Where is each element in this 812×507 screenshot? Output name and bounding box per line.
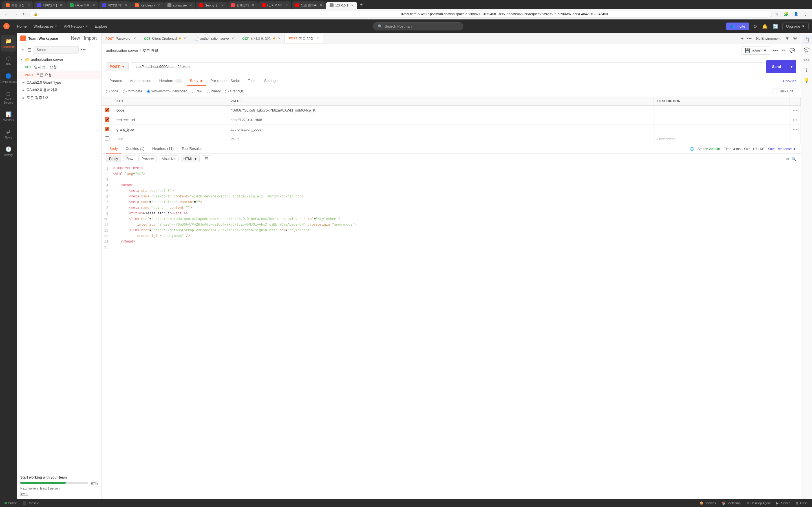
authorization-tab[interactable]: Authorization xyxy=(126,76,155,86)
req-tab-post-token[interactable]: POST 토큰 요청 ✕ xyxy=(285,34,323,43)
send-dropdown-arrow[interactable]: ▼ xyxy=(786,62,796,71)
reload-button[interactable]: ↻ xyxy=(21,11,28,17)
sidebar-item-collections[interactable]: 📁 Collections xyxy=(1,35,16,52)
browser-tab-7[interactable]: Seong- ji· ✕ xyxy=(196,2,227,9)
settings-button[interactable]: ⚙ xyxy=(752,22,758,30)
copy-response-button[interactable]: ⧉ xyxy=(786,157,789,161)
address-bar[interactable]: 🔒 lively-flare-504517.postman.co/workspa… xyxy=(29,11,772,17)
sidebar-item-history[interactable]: 🕐 History xyxy=(1,144,16,160)
response-test-results-tab[interactable]: Test Results xyxy=(178,144,205,154)
cookies-link[interactable]: Cookies xyxy=(783,76,796,86)
req-tab-auth-server[interactable]: 📄 authorization serve ✕ xyxy=(190,34,238,43)
sidebar-item-mock-servers[interactable]: ◻ Mock Servers xyxy=(1,88,16,107)
comment-button[interactable]: 💬 xyxy=(788,47,796,54)
edit-button[interactable]: ✏ xyxy=(781,47,786,54)
tree-folder-verify-token[interactable]: ▶ 토큰 검증하기 xyxy=(17,94,101,102)
radio-none[interactable]: none xyxy=(106,89,118,93)
new-collection-button[interactable]: New xyxy=(70,35,81,41)
response-body-tab[interactable]: Body xyxy=(106,144,121,154)
req-tab-get-code[interactable]: GET 임시코드 요청 ✕ xyxy=(238,34,285,43)
body-tab[interactable]: Body xyxy=(187,76,206,86)
environment-chevron[interactable]: ▼ xyxy=(784,36,791,42)
param-desc-3[interactable] xyxy=(654,125,790,134)
req-tab-client-cred[interactable]: GET Client Credential ✕ xyxy=(140,34,190,43)
right-sidebar-api-btn[interactable]: 📋 xyxy=(802,35,811,44)
browser-tab-11[interactable]: 127.0.0.1 ✕ xyxy=(326,2,357,9)
browser-tab-10[interactable]: 요즘 힘드A· ✕ xyxy=(292,1,326,9)
more-options-button[interactable]: ••• xyxy=(80,46,87,54)
param-more-btn-2[interactable]: ••• xyxy=(793,118,797,122)
radio-binary-input[interactable] xyxy=(207,90,210,93)
radio-urlencoded[interactable]: x-www-form-urlencoded xyxy=(147,89,187,93)
param-value-3[interactable]: authorization_code xyxy=(227,125,654,134)
sidebar-item-apis[interactable]: ⬡ APIs xyxy=(1,53,16,69)
radio-form-data-input[interactable] xyxy=(123,90,126,93)
radio-none-input[interactable] xyxy=(106,90,110,93)
right-sidebar-lightbulb-btn[interactable]: 💡 xyxy=(802,76,811,85)
tab-close-4[interactable]: ✕ xyxy=(125,3,128,7)
param-key-4[interactable]: Key xyxy=(113,134,227,144)
right-sidebar-comment-btn[interactable]: 💬 xyxy=(802,45,811,54)
param-more-btn-3[interactable]: ••• xyxy=(793,127,797,132)
tab-close-11[interactable]: ✕ xyxy=(351,4,354,7)
format-raw-button[interactable]: Raw xyxy=(123,156,136,162)
radio-binary[interactable]: binary xyxy=(207,89,221,93)
invite-button[interactable]: 👥 Invite xyxy=(726,22,749,30)
format-pretty-button[interactable]: Pretty xyxy=(106,156,121,162)
tab-close-1[interactable]: ✕ xyxy=(28,3,30,7)
response-cookies-tab[interactable]: Cookies (1) xyxy=(122,144,148,154)
browser-tab-5[interactable]: Keycloak · ✕ xyxy=(132,2,163,9)
tree-folder-grant-type[interactable]: ▶ OAuth2.0 Grant Type xyxy=(17,79,101,86)
param-value-2[interactable]: http://127.0.0.1:8081 xyxy=(227,115,654,125)
browser-tab-6[interactable]: spring-se· ✕ xyxy=(164,2,195,9)
search-response-button[interactable]: 🔍 xyxy=(792,157,796,161)
radio-form-data[interactable]: form-data xyxy=(123,89,142,93)
sidebar-item-monitors[interactable]: 📊 Monitors xyxy=(1,108,16,125)
new-tab-button[interactable]: + xyxy=(357,2,365,8)
tab-close-8[interactable]: ✕ xyxy=(252,3,254,7)
tests-tab[interactable]: Tests xyxy=(245,76,260,86)
import-button[interactable]: Import xyxy=(83,35,98,41)
collection-search-input[interactable] xyxy=(34,46,79,54)
cookies-button[interactable]: 🍪 Cookies xyxy=(698,501,717,506)
radio-graphql[interactable]: GraphQL xyxy=(225,89,244,93)
nav-api-network[interactable]: API Network▼ xyxy=(61,23,91,30)
radio-graphql-input[interactable] xyxy=(225,90,229,93)
bootcamp-button[interactable]: 📚 Bootcamp xyxy=(720,501,742,506)
headers-tab[interactable]: Headers 10 xyxy=(156,76,186,86)
tab-close-7[interactable]: ✕ xyxy=(221,4,223,7)
collection-folder[interactable]: ▼ 📁 authorization server xyxy=(17,56,101,63)
nav-workspaces[interactable]: Workspaces▼ xyxy=(31,23,60,30)
param-more-btn-1[interactable]: ••• xyxy=(793,108,797,113)
trash-button[interactable]: 🗑 Trash xyxy=(794,501,809,505)
param-checkbox-1[interactable] xyxy=(105,108,109,112)
url-input[interactable] xyxy=(131,62,764,71)
response-headers-tab[interactable]: Headers (11) xyxy=(149,144,177,154)
format-visualize-button[interactable]: Visualize xyxy=(159,156,179,162)
params-tab[interactable]: Params xyxy=(106,76,125,86)
method-select[interactable]: POST ▼ xyxy=(106,62,129,71)
send-button[interactable]: Send ▼ xyxy=(766,60,796,73)
param-checkbox-4[interactable] xyxy=(105,136,109,141)
param-key-1[interactable]: code xyxy=(113,106,227,115)
breadcrumb-collection-link[interactable]: authorization server xyxy=(106,48,138,53)
req-tab-password[interactable]: POST Password ✕ xyxy=(101,34,140,43)
bulk-edit-button[interactable]: ☰ Bulk Edit xyxy=(772,88,796,94)
more-actions-button[interactable]: ••• xyxy=(772,48,779,54)
format-preview-button[interactable]: Preview xyxy=(139,156,157,162)
radio-raw-input[interactable] xyxy=(192,90,195,93)
browser-tab-1[interactable]: 토큰 요청 ✕ xyxy=(2,1,33,9)
pre-request-tab[interactable]: Pre-request Script xyxy=(207,76,243,86)
menu-button[interactable]: ⋮ xyxy=(802,11,809,17)
param-value-4[interactable]: Value xyxy=(227,134,654,144)
req-tab-auth-server-close[interactable]: ✕ xyxy=(232,37,234,40)
param-desc-1[interactable] xyxy=(654,106,790,115)
online-indicator[interactable]: Online xyxy=(3,501,18,505)
param-value-1[interactable]: 4tA9JsYSLKq8_Ljkx75xYb8zmWAWkI_odMO4cp_K… xyxy=(227,106,654,115)
forward-button[interactable]: → xyxy=(12,11,19,17)
param-checkbox-3[interactable] xyxy=(105,127,109,131)
tab-close-2[interactable]: ✕ xyxy=(60,3,62,7)
browser-tab-8[interactable]: 번개장터 ✕ xyxy=(227,1,258,9)
upgrade-button[interactable]: Upgrade ▼ xyxy=(782,22,809,30)
tab-close-5[interactable]: ✕ xyxy=(158,4,160,7)
